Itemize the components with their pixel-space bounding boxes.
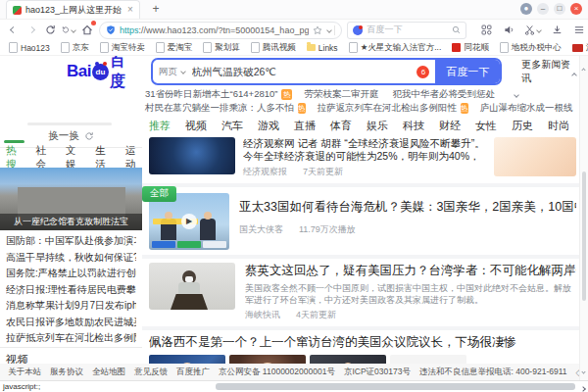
refresh-button[interactable] xyxy=(43,23,57,38)
back-button[interactable] xyxy=(6,23,20,38)
maximize-button[interactable]: □ xyxy=(554,3,565,15)
ticker-link[interactable]: 犯我中华者必将受到惩处 xyxy=(392,87,495,101)
feed-tab[interactable]: 财经 xyxy=(439,119,461,133)
page-icon xyxy=(100,42,109,53)
article-economy[interactable]: 经济观察网 记者 胡群 “全球经济衰退风险不断攀升”。今年全球经济衰退的可能性为… xyxy=(149,137,576,178)
article-tsai[interactable]: 蔡英文这回怂了，疑有美国压力？台湾学者：不可能化解两岸分歧 美国政客全然不顾一个… xyxy=(149,263,576,321)
search-submit-button[interactable]: 百度一下 xyxy=(435,60,500,83)
ticker-link[interactable]: 庐山瀑布缩水成一根线 xyxy=(480,101,573,115)
ticker-link[interactable]: 村民在墓穴躺坐一排乘凉：人多不怕 xyxy=(145,101,294,115)
feed-tab[interactable]: 汽车 xyxy=(221,119,243,133)
bookmark-item[interactable]: 河北CA xyxy=(572,42,588,54)
bookmark-item[interactable]: 聚划算 xyxy=(203,42,240,54)
bookmark-item[interactable]: 地税办税中心 xyxy=(500,42,562,54)
browser-tab[interactable]: hao123_上网从这里开始 × xyxy=(6,0,140,19)
feed-tab[interactable]: 女性 xyxy=(475,119,497,133)
home-notification-dot xyxy=(91,21,96,25)
feed-tab[interactable]: 直播 xyxy=(294,119,316,133)
bookmark-folder[interactable]: Links xyxy=(307,43,338,53)
bookmark-item[interactable]: 淘宝特卖 xyxy=(100,42,145,54)
list-item[interactable]: 拉萨抵京列车在河北检出多例阳性 xyxy=(6,330,136,347)
feed-tab[interactable]: 游戏 xyxy=(258,119,279,133)
article-pelosi[interactable]: 佩洛西不是第一个？上一个窜访台湾的美国众议院议长，下场很凄惨 点击更多 xyxy=(149,334,576,367)
list-item[interactable]: 高温干旱持续，秋收如何保证? xyxy=(6,250,136,267)
article-title[interactable]: 经济观察网 记者 胡群 “全球经济衰退风险不断攀升”。今年全球经济衰退的可能性为… xyxy=(243,137,486,163)
audio-speaker-icon[interactable] xyxy=(502,23,515,38)
article-side-image[interactable] xyxy=(494,137,576,176)
undo-dropdown-icon[interactable] xyxy=(71,27,76,33)
article-thumbnail[interactable] xyxy=(149,263,235,310)
ticker-link[interactable]: 拉萨返京列车在河北检出多例阳性 xyxy=(318,101,458,115)
scrollbar-thumb[interactable] xyxy=(582,172,586,301)
vertical-scrollbar[interactable] xyxy=(579,56,588,380)
scissors-dropdown-icon[interactable] xyxy=(537,27,543,33)
photo-caption[interactable]: 从一座纪念馆看克敌制胜法宝 xyxy=(0,214,142,230)
search-icon[interactable] xyxy=(452,25,461,34)
list-item[interactable]: 农民日报评多地鼓励农民进城买房 xyxy=(6,315,136,331)
menu-hamburger-icon[interactable] xyxy=(572,23,586,38)
apps-grid-icon[interactable] xyxy=(479,23,493,38)
footer-link[interactable]: 全站地图 xyxy=(92,367,125,378)
article-thumbnail[interactable] xyxy=(149,137,235,174)
list-item[interactable]: 国防部：中国军队赴俄参加演习 xyxy=(6,233,136,250)
feed-tab[interactable]: 科技 xyxy=(403,119,424,133)
footer-link[interactable]: 意见反馈 xyxy=(134,367,168,378)
article-title[interactable]: 蔡英文这回怂了，疑有美国压力？台湾学者：不可能化解两岸分歧 xyxy=(245,263,576,279)
feed-tab[interactable]: 时尚 xyxy=(548,119,569,133)
screenshot-scissors-icon[interactable] xyxy=(524,23,541,38)
security-shield-icon[interactable] xyxy=(106,24,116,35)
camera-search-badge[interactable]: 6 xyxy=(416,66,429,78)
feed-tab[interactable]: 推荐 xyxy=(149,119,171,133)
url-text[interactable]: https://www.hao123.com/?tn=50000154_hao_… xyxy=(120,25,309,35)
home-button[interactable] xyxy=(80,23,94,38)
article-title[interactable]: 亚太33国如何看待台海危机？美媒：3国亲华，2国亲美，10国中立 xyxy=(239,199,576,216)
footer-link[interactable]: 关于本站 xyxy=(8,367,41,378)
ticker-expand-icon[interactable] xyxy=(514,87,518,101)
bookmark-item[interactable]: 腾讯视频 xyxy=(251,42,296,54)
article-video-taiwan[interactable]: 全部 ▶ 亚太 xyxy=(149,191,576,250)
scroll-right-icon[interactable] xyxy=(581,384,585,392)
beian-text[interactable]: 京公网安备 11000002000001号 xyxy=(219,367,335,378)
list-item[interactable]: 国务院:严格禁止以罚款进行创收 xyxy=(6,266,136,282)
bookmark-item[interactable]: 爱淘宝 xyxy=(156,42,193,54)
close-window-button[interactable]: × xyxy=(570,3,582,15)
article-title[interactable]: 佩洛西不是第一个？上一个窜访台湾的美国众议院议长，下场很凄惨 xyxy=(149,334,576,351)
ticker-link[interactable]: 劳荣枝案二审开庭 xyxy=(304,87,378,101)
star-dropdown-icon[interactable] xyxy=(327,27,333,33)
bookmark-star-icon[interactable] xyxy=(313,25,322,35)
download-icon[interactable] xyxy=(550,23,564,38)
forward-button[interactable] xyxy=(24,23,38,38)
footer-link[interactable]: 服务协议 xyxy=(50,367,83,378)
list-item[interactable]: 经济日报:理性看待居民电费攀升 xyxy=(6,282,136,299)
bookmark-item[interactable]: 同花顺 xyxy=(452,42,489,54)
list-item[interactable]: 消息称苹果计划9月7日发布iphone14 xyxy=(6,298,136,315)
ticker-link[interactable]: 31省份昨日新增本土“614+2810” xyxy=(145,87,277,101)
article-views: 11.79万次播放 xyxy=(299,223,356,236)
profile-avatar[interactable]: ● xyxy=(520,3,532,15)
undo-button[interactable] xyxy=(62,23,75,38)
toolbar-search-box[interactable]: 百度一下 xyxy=(347,22,466,39)
play-icon[interactable]: ▶ xyxy=(181,214,197,229)
category-badge[interactable]: 全部 xyxy=(142,186,176,202)
scroll-up-icon[interactable] xyxy=(582,58,585,75)
horizontal-scrollbar-thumb[interactable] xyxy=(216,383,575,390)
feed-tab[interactable]: 历史 xyxy=(512,119,533,133)
footer-link[interactable]: 百度推广 xyxy=(176,367,210,378)
tab-title: hao123_上网从这里开始 xyxy=(25,4,122,17)
minimize-button[interactable]: – xyxy=(537,3,549,15)
collapse-header-icon[interactable] xyxy=(572,64,576,81)
address-bar[interactable]: https://www.hao123.com/?tn=50000154_hao_… xyxy=(99,22,342,39)
feed-tab[interactable]: 娱乐 xyxy=(367,119,388,133)
icp-text[interactable]: 京ICP证030173号 xyxy=(344,367,411,378)
bookmark-item[interactable]: Hao123 xyxy=(9,42,50,53)
tab-close-icon[interactable]: × xyxy=(127,5,133,15)
bookmark-item[interactable]: 京东 xyxy=(61,42,89,54)
search-input[interactable] xyxy=(190,65,413,78)
feed-tab[interactable]: 视频 xyxy=(185,119,207,133)
search-scope-select[interactable]: 网页 xyxy=(159,66,185,78)
scroll-down-icon[interactable] xyxy=(582,360,585,377)
feed-tab[interactable]: 体育 xyxy=(330,119,352,133)
bookmark-item[interactable]: ★火星文输入法官方... xyxy=(349,42,442,54)
sidebar-photo[interactable]: 从一座纪念馆看克敌制胜法宝 xyxy=(0,168,142,230)
new-tab-button[interactable]: + xyxy=(148,3,164,17)
